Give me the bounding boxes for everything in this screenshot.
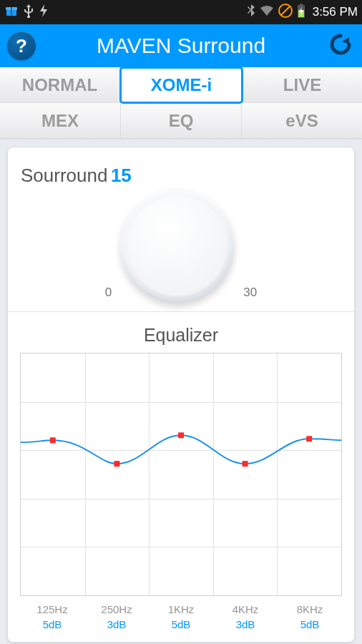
bluetooth-icon: [247, 4, 255, 21]
wifi-icon: [259, 4, 275, 21]
svg-rect-2: [11, 7, 12, 16]
help-icon: ?: [16, 35, 27, 57]
page-title: MAVEN Surround: [97, 34, 265, 58]
dial-min-label: 0: [105, 286, 112, 300]
surround-value: 15: [111, 165, 132, 186]
status-right-icons: 3:56 PM: [247, 3, 358, 22]
tab-eq[interactable]: EQ: [121, 103, 242, 139]
status-left-icons: [4, 4, 49, 21]
usb-icon: [23, 4, 34, 21]
tab-label: XOME-i: [151, 75, 212, 95]
eq-band-col: 250Hz 3dB: [84, 603, 149, 630]
svg-rect-6: [300, 4, 303, 6]
tab-label: NORMAL: [22, 75, 97, 95]
equalizer-chart[interactable]: [20, 353, 342, 596]
reload-icon: [328, 31, 353, 60]
tab-xome-i[interactable]: XOME-i: [120, 67, 243, 103]
equalizer-section: Equalizer: [8, 312, 354, 642]
eq-band-col: 4KHz 3dB: [213, 603, 278, 630]
eq-freq-label: 250Hz: [84, 603, 149, 615]
eq-db-label: 3dB: [84, 618, 149, 630]
spacer: [8, 630, 354, 642]
tab-label: eVS: [285, 111, 318, 131]
eq-db-label: 3dB: [213, 618, 278, 630]
eq-db-label: 5dB: [20, 618, 84, 630]
content-area: Sourround 15 0 30 Equalizer: [0, 140, 362, 644]
app-header: ? MAVEN Surround: [0, 24, 362, 67]
eq-point[interactable]: [114, 461, 119, 467]
tab-evs[interactable]: eVS: [242, 103, 362, 139]
eq-band-col: 8KHz 5dB: [278, 603, 342, 630]
eq-freq-label: 4KHz: [213, 603, 278, 615]
equalizer-curve: [21, 435, 341, 464]
dial-wrapper: 0 30: [21, 190, 341, 304]
main-card: Sourround 15 0 30 Equalizer: [7, 147, 355, 643]
eq-freq-label: 125Hz: [20, 603, 84, 615]
flash-icon: [39, 4, 49, 21]
tabs-row-2: MEX EQ eVS: [0, 103, 362, 139]
help-button[interactable]: ?: [7, 31, 36, 60]
eq-point[interactable]: [243, 461, 248, 467]
eq-db-label: 5dB: [278, 618, 342, 630]
equalizer-labels: 125Hz 5dB 250Hz 3dB 1KHz 5dB 4KHz 3dB 8K…: [20, 603, 342, 630]
tab-mex[interactable]: MEX: [0, 103, 121, 139]
reload-button[interactable]: [326, 31, 355, 60]
eq-band-col: 1KHz 5dB: [149, 603, 213, 630]
tabs-container: NORMAL XOME-i LIVE MEX EQ eVS: [0, 67, 362, 140]
eq-freq-label: 1KHz: [149, 603, 213, 615]
tab-live[interactable]: LIVE: [243, 67, 362, 103]
surround-dial[interactable]: [120, 190, 235, 304]
tabs-row-1: NORMAL XOME-i LIVE: [0, 67, 362, 103]
battery-icon: [296, 3, 306, 22]
eq-point[interactable]: [178, 432, 184, 438]
eq-freq-label: 8KHz: [278, 603, 342, 615]
svg-line-4: [281, 6, 290, 15]
no-sync-icon: [278, 4, 293, 21]
tab-label: MEX: [41, 111, 79, 131]
status-clock: 3:56 PM: [313, 5, 358, 19]
surround-section: Sourround 15 0 30: [8, 147, 354, 312]
equalizer-curve-svg: [21, 353, 341, 595]
tab-label: EQ: [169, 111, 194, 131]
equalizer-title: Equalizer: [8, 312, 354, 353]
eq-band-col: 125Hz 5dB: [20, 603, 84, 630]
android-status-bar: 3:56 PM: [0, 0, 362, 24]
tab-label: LIVE: [283, 75, 321, 95]
gift-icon: [4, 4, 19, 21]
surround-heading: Sourround 15: [21, 165, 341, 187]
eq-point[interactable]: [50, 437, 56, 443]
dial-max-label: 30: [243, 286, 257, 300]
surround-label: Sourround: [21, 165, 107, 187]
eq-point[interactable]: [306, 436, 312, 441]
eq-db-label: 5dB: [149, 618, 213, 630]
tab-normal[interactable]: NORMAL: [0, 67, 120, 103]
